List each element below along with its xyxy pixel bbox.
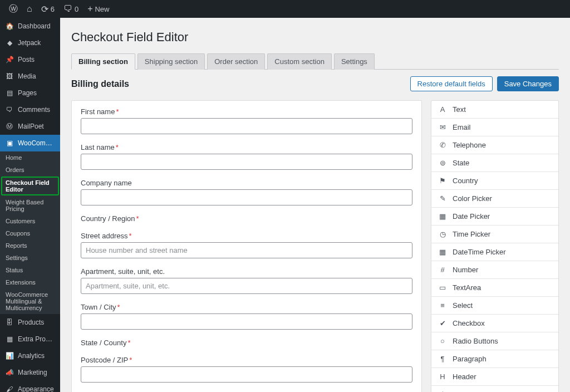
submenu-coupons[interactable]: Coupons bbox=[0, 227, 60, 239]
field-input[interactable] bbox=[81, 118, 412, 134]
menu-mailpoet[interactable]: ⓂMailPoet bbox=[0, 118, 60, 135]
comments-bubble[interactable]: 🗨0 bbox=[59, 4, 83, 14]
submenu-reports[interactable]: Reports bbox=[0, 239, 60, 252]
field-state-county: State / County* bbox=[81, 339, 412, 347]
tab-order-section[interactable]: Order section bbox=[207, 53, 265, 70]
new-content[interactable]: +New bbox=[83, 4, 114, 14]
fieldtype-datetime-picker[interactable]: ▦DateTime Picker bbox=[431, 243, 558, 261]
menu-jetpack[interactable]: ◆Jetpack bbox=[0, 35, 60, 51]
field-input[interactable] bbox=[81, 154, 412, 170]
tab-shipping-section[interactable]: Shipping section bbox=[137, 53, 205, 70]
menu-analytics[interactable]: 📊Analytics bbox=[0, 347, 60, 364]
type-icon: ✉ bbox=[438, 123, 447, 131]
field-input[interactable] bbox=[81, 242, 412, 258]
save-changes-button[interactable]: Save Changes bbox=[497, 76, 559, 91]
submenu-checkout-field-editor[interactable]: Checkout Field Editor bbox=[1, 177, 59, 195]
type-label: Header bbox=[453, 373, 476, 381]
fieldtype-header[interactable]: HHeader bbox=[431, 368, 558, 386]
submenu-customers[interactable]: Customers bbox=[0, 215, 60, 227]
type-icon: # bbox=[438, 266, 447, 274]
required-asterisk: * bbox=[129, 232, 132, 240]
fieldtype-paragraph[interactable]: ¶Paragraph bbox=[431, 350, 558, 368]
fieldtype-telephone[interactable]: ✆Telephone bbox=[431, 136, 558, 154]
type-icon: ▦ bbox=[438, 212, 447, 220]
menu-posts[interactable]: 📌Posts bbox=[0, 51, 60, 68]
section-title: Billing details bbox=[71, 79, 410, 89]
type-label: Checkbox bbox=[453, 319, 485, 327]
restore-defaults-button[interactable]: Restore default fields bbox=[410, 76, 493, 91]
action-bar: Billing details Restore default fields S… bbox=[71, 76, 559, 91]
submenu-woocommerce-multilingual-multicurrency[interactable]: WooCommerce Multilingual & Multicurrency bbox=[0, 288, 60, 314]
wordpress-icon: ⓦ bbox=[9, 3, 18, 15]
field-label: Street address* bbox=[81, 232, 412, 240]
woocommerce-submenu: HomeOrdersCheckout Field EditorWeight Ba… bbox=[0, 151, 60, 314]
brush-icon: 🖌 bbox=[4, 384, 14, 392]
updates[interactable]: ⟳6 bbox=[37, 4, 59, 14]
menu-label: Analytics bbox=[18, 352, 56, 360]
fieldtype-email[interactable]: ✉Email bbox=[431, 119, 558, 136]
type-label: Radio Buttons bbox=[453, 337, 498, 345]
page-icon: ▤ bbox=[4, 88, 14, 98]
type-icon: ◷ bbox=[438, 230, 447, 238]
menu-label: MailPoet bbox=[18, 122, 56, 130]
menu-label: Products bbox=[18, 318, 56, 326]
field-company-name: Company name bbox=[81, 179, 412, 205]
wp-logo[interactable]: ⓦ bbox=[4, 3, 22, 15]
menu-media[interactable]: 🖾Media bbox=[0, 68, 60, 85]
menu-appearance[interactable]: 🖌Appearance bbox=[0, 381, 60, 392]
field-input[interactable] bbox=[81, 278, 412, 294]
menu-marketing[interactable]: 📣Marketing bbox=[0, 364, 60, 381]
field-input[interactable] bbox=[81, 366, 412, 383]
tab-billing-section[interactable]: Billing section bbox=[71, 53, 135, 70]
fieldtype-date-picker[interactable]: ▦Date Picker bbox=[431, 208, 558, 226]
comment-icon: 🗨 bbox=[63, 4, 72, 14]
updates-count: 6 bbox=[51, 5, 55, 13]
menu-extra-product-addons[interactable]: ▦Extra Product Addons bbox=[0, 331, 60, 347]
menu-label: Posts bbox=[18, 56, 56, 63]
fieldtype-textarea[interactable]: ▭TextArea bbox=[431, 279, 558, 297]
fieldtype-text[interactable]: AText bbox=[431, 101, 558, 119]
tab-settings[interactable]: Settings bbox=[334, 53, 375, 70]
fieldtype-number[interactable]: #Number bbox=[431, 261, 558, 279]
submenu-orders[interactable]: Orders bbox=[0, 164, 60, 176]
fieldtype-select[interactable]: ≡Select bbox=[431, 297, 558, 315]
menu-label: Jetpack bbox=[18, 39, 56, 47]
submenu-status[interactable]: Status bbox=[0, 264, 60, 276]
field-input[interactable] bbox=[81, 189, 412, 205]
woo-icon: ▣ bbox=[4, 138, 14, 148]
fieldtype-state[interactable]: ⊚State bbox=[431, 154, 558, 172]
fieldtype-radio-buttons[interactable]: ○Radio Buttons bbox=[431, 332, 558, 350]
menu-pages[interactable]: ▤Pages bbox=[0, 85, 60, 101]
field-label: Country / Region* bbox=[81, 214, 412, 223]
menu-woocommerce[interactable]: ▣WooCommerce bbox=[0, 135, 60, 151]
required-asterisk: * bbox=[117, 303, 120, 311]
submenu-settings[interactable]: Settings bbox=[0, 252, 60, 264]
menu-dashboard[interactable]: 🏠Dashboard bbox=[0, 18, 60, 35]
type-icon: ✎ bbox=[438, 194, 447, 203]
tab-custom-section[interactable]: Custom section bbox=[267, 53, 332, 70]
menu-products[interactable]: 🗄Products bbox=[0, 314, 60, 331]
chart-icon: 📊 bbox=[4, 351, 14, 361]
submenu-weight-based-pricing[interactable]: Weight Based Pricing bbox=[0, 196, 60, 215]
type-icon: ¶ bbox=[438, 355, 447, 363]
new-label: New bbox=[95, 5, 109, 13]
jetpack-icon: ◆ bbox=[4, 38, 14, 48]
fieldtype-time-picker[interactable]: ◷Time Picker bbox=[431, 226, 558, 243]
menu-comments[interactable]: 🗨Comments bbox=[0, 101, 60, 118]
menu-label: Extra Product Addons bbox=[18, 335, 56, 343]
field-label: First name* bbox=[81, 107, 412, 116]
submenu-home[interactable]: Home bbox=[0, 151, 60, 164]
fieldtype-country[interactable]: ⚑Country bbox=[431, 172, 558, 190]
menu-label: Marketing bbox=[18, 369, 56, 376]
fieldtype-checkbox[interactable]: ✔Checkbox bbox=[431, 315, 558, 332]
submenu-extensions[interactable]: Extensions bbox=[0, 276, 60, 288]
field-label: Town / City* bbox=[81, 303, 412, 311]
mail-icon: Ⓜ bbox=[4, 121, 14, 131]
menu-label: Pages bbox=[18, 89, 56, 97]
fieldtype-color-picker[interactable]: ✎Color Picker bbox=[431, 190, 558, 208]
site-home[interactable]: ⌂ bbox=[22, 4, 37, 14]
required-asterisk: * bbox=[116, 107, 119, 116]
fieldtype-file-upload[interactable]: ⇪File Upload bbox=[431, 386, 558, 392]
field-input[interactable] bbox=[81, 313, 412, 330]
page-title: Checkout Field Editor bbox=[71, 30, 559, 45]
